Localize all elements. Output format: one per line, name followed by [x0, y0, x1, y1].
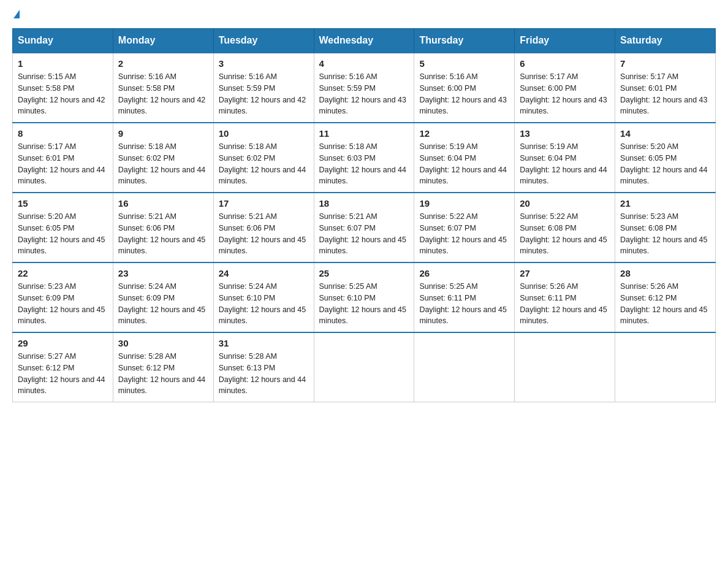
- calendar-cell: 30 Sunrise: 5:28 AM Sunset: 6:12 PM Dayl…: [113, 332, 213, 402]
- day-number: 7: [620, 58, 710, 69]
- weekday-header-wednesday: Wednesday: [314, 29, 414, 53]
- calendar-cell: 6 Sunrise: 5:17 AM Sunset: 6:00 PM Dayli…: [515, 53, 615, 123]
- day-number: 5: [419, 58, 509, 69]
- calendar-cell: 17 Sunrise: 5:21 AM Sunset: 6:06 PM Dayl…: [213, 193, 314, 262]
- calendar-cell: [515, 332, 615, 402]
- calendar-cell: 24 Sunrise: 5:24 AM Sunset: 6:10 PM Dayl…: [213, 262, 314, 332]
- day-number: 2: [118, 58, 208, 69]
- weekday-header-sunday: Sunday: [13, 29, 113, 53]
- page-header: [12, 12, 716, 17]
- calendar-week-row: 8 Sunrise: 5:17 AM Sunset: 6:01 PM Dayli…: [13, 123, 716, 193]
- day-number: 30: [118, 338, 208, 348]
- calendar-cell: 29 Sunrise: 5:27 AM Sunset: 6:12 PM Dayl…: [13, 332, 113, 402]
- day-info: Sunrise: 5:23 AM Sunset: 6:08 PM Dayligh…: [620, 211, 710, 257]
- calendar-cell: 2 Sunrise: 5:16 AM Sunset: 5:58 PM Dayli…: [113, 53, 213, 123]
- calendar-cell: 15 Sunrise: 5:20 AM Sunset: 6:05 PM Dayl…: [13, 193, 113, 262]
- calendar-cell: 9 Sunrise: 5:18 AM Sunset: 6:02 PM Dayli…: [113, 123, 213, 193]
- calendar-cell: 1 Sunrise: 5:15 AM Sunset: 5:58 PM Dayli…: [13, 53, 113, 123]
- calendar-cell: 23 Sunrise: 5:24 AM Sunset: 6:09 PM Dayl…: [113, 262, 213, 332]
- day-info: Sunrise: 5:21 AM Sunset: 6:07 PM Dayligh…: [319, 211, 409, 257]
- weekday-header-saturday: Saturday: [615, 29, 716, 53]
- day-number: 14: [620, 128, 710, 139]
- calendar-cell: 28 Sunrise: 5:26 AM Sunset: 6:12 PM Dayl…: [615, 262, 716, 332]
- day-info: Sunrise: 5:17 AM Sunset: 6:00 PM Dayligh…: [520, 71, 610, 117]
- day-number: 22: [18, 268, 108, 278]
- day-number: 8: [18, 128, 108, 139]
- day-info: Sunrise: 5:16 AM Sunset: 5:59 PM Dayligh…: [219, 71, 309, 117]
- calendar-cell: 11 Sunrise: 5:18 AM Sunset: 6:03 PM Dayl…: [314, 123, 414, 193]
- day-info: Sunrise: 5:27 AM Sunset: 6:12 PM Dayligh…: [18, 351, 108, 397]
- calendar-cell: 5 Sunrise: 5:16 AM Sunset: 6:00 PM Dayli…: [414, 53, 515, 123]
- weekday-header-thursday: Thursday: [414, 29, 515, 53]
- calendar-cell: 31 Sunrise: 5:28 AM Sunset: 6:13 PM Dayl…: [213, 332, 314, 402]
- weekday-header-tuesday: Tuesday: [213, 29, 314, 53]
- day-number: 25: [319, 268, 409, 278]
- day-number: 24: [219, 268, 309, 278]
- day-number: 18: [319, 198, 409, 209]
- calendar-cell: [414, 332, 515, 402]
- day-number: 4: [319, 58, 409, 69]
- day-info: Sunrise: 5:18 AM Sunset: 6:03 PM Dayligh…: [319, 141, 409, 187]
- calendar-cell: 10 Sunrise: 5:18 AM Sunset: 6:02 PM Dayl…: [213, 123, 314, 193]
- day-number: 15: [18, 198, 108, 209]
- calendar-cell: 26 Sunrise: 5:25 AM Sunset: 6:11 PM Dayl…: [414, 262, 515, 332]
- weekday-header-row: SundayMondayTuesdayWednesdayThursdayFrid…: [13, 29, 716, 53]
- calendar-cell: 4 Sunrise: 5:16 AM Sunset: 5:59 PM Dayli…: [314, 53, 414, 123]
- day-number: 10: [219, 128, 309, 139]
- day-number: 9: [118, 128, 208, 139]
- day-info: Sunrise: 5:15 AM Sunset: 5:58 PM Dayligh…: [18, 71, 108, 117]
- calendar-cell: 16 Sunrise: 5:21 AM Sunset: 6:06 PM Dayl…: [113, 193, 213, 262]
- day-number: 3: [219, 58, 309, 69]
- calendar-cell: 22 Sunrise: 5:23 AM Sunset: 6:09 PM Dayl…: [13, 262, 113, 332]
- day-info: Sunrise: 5:17 AM Sunset: 6:01 PM Dayligh…: [18, 141, 108, 187]
- day-info: Sunrise: 5:19 AM Sunset: 6:04 PM Dayligh…: [419, 141, 509, 187]
- day-number: 26: [419, 268, 509, 278]
- calendar-week-row: 22 Sunrise: 5:23 AM Sunset: 6:09 PM Dayl…: [13, 262, 716, 332]
- day-info: Sunrise: 5:28 AM Sunset: 6:13 PM Dayligh…: [219, 351, 309, 397]
- weekday-header-monday: Monday: [113, 29, 213, 53]
- logo-triangle-icon: [13, 10, 20, 18]
- calendar-cell: 18 Sunrise: 5:21 AM Sunset: 6:07 PM Dayl…: [314, 193, 414, 262]
- day-info: Sunrise: 5:25 AM Sunset: 6:11 PM Dayligh…: [419, 281, 509, 327]
- day-number: 6: [520, 58, 610, 69]
- day-number: 20: [520, 198, 610, 209]
- calendar-week-row: 15 Sunrise: 5:20 AM Sunset: 6:05 PM Dayl…: [13, 193, 716, 262]
- day-info: Sunrise: 5:22 AM Sunset: 6:07 PM Dayligh…: [419, 211, 509, 257]
- calendar-week-row: 29 Sunrise: 5:27 AM Sunset: 6:12 PM Dayl…: [13, 332, 716, 402]
- day-number: 19: [419, 198, 509, 209]
- day-number: 17: [219, 198, 309, 209]
- day-info: Sunrise: 5:24 AM Sunset: 6:10 PM Dayligh…: [219, 281, 309, 327]
- day-number: 31: [219, 338, 309, 348]
- day-info: Sunrise: 5:21 AM Sunset: 6:06 PM Dayligh…: [118, 211, 208, 257]
- logo: [12, 12, 20, 17]
- day-info: Sunrise: 5:21 AM Sunset: 6:06 PM Dayligh…: [219, 211, 309, 257]
- calendar-cell: 12 Sunrise: 5:19 AM Sunset: 6:04 PM Dayl…: [414, 123, 515, 193]
- day-number: 16: [118, 198, 208, 209]
- day-info: Sunrise: 5:26 AM Sunset: 6:12 PM Dayligh…: [620, 281, 710, 327]
- day-number: 21: [620, 198, 710, 209]
- calendar-cell: 7 Sunrise: 5:17 AM Sunset: 6:01 PM Dayli…: [615, 53, 716, 123]
- calendar-cell: 25 Sunrise: 5:25 AM Sunset: 6:10 PM Dayl…: [314, 262, 414, 332]
- day-info: Sunrise: 5:18 AM Sunset: 6:02 PM Dayligh…: [219, 141, 309, 187]
- day-info: Sunrise: 5:20 AM Sunset: 6:05 PM Dayligh…: [620, 141, 710, 187]
- day-info: Sunrise: 5:18 AM Sunset: 6:02 PM Dayligh…: [118, 141, 208, 187]
- day-info: Sunrise: 5:26 AM Sunset: 6:11 PM Dayligh…: [520, 281, 610, 327]
- calendar-cell: 14 Sunrise: 5:20 AM Sunset: 6:05 PM Dayl…: [615, 123, 716, 193]
- calendar-cell: 19 Sunrise: 5:22 AM Sunset: 6:07 PM Dayl…: [414, 193, 515, 262]
- day-info: Sunrise: 5:24 AM Sunset: 6:09 PM Dayligh…: [118, 281, 208, 327]
- calendar-cell: [615, 332, 716, 402]
- day-number: 13: [520, 128, 610, 139]
- day-number: 23: [118, 268, 208, 278]
- day-info: Sunrise: 5:16 AM Sunset: 6:00 PM Dayligh…: [419, 71, 509, 117]
- day-info: Sunrise: 5:19 AM Sunset: 6:04 PM Dayligh…: [520, 141, 610, 187]
- weekday-header-friday: Friday: [515, 29, 615, 53]
- calendar-week-row: 1 Sunrise: 5:15 AM Sunset: 5:58 PM Dayli…: [13, 53, 716, 123]
- calendar-cell: 3 Sunrise: 5:16 AM Sunset: 5:59 PM Dayli…: [213, 53, 314, 123]
- day-number: 27: [520, 268, 610, 278]
- calendar-cell: 21 Sunrise: 5:23 AM Sunset: 6:08 PM Dayl…: [615, 193, 716, 262]
- day-info: Sunrise: 5:17 AM Sunset: 6:01 PM Dayligh…: [620, 71, 710, 117]
- day-number: 29: [18, 338, 108, 348]
- day-info: Sunrise: 5:25 AM Sunset: 6:10 PM Dayligh…: [319, 281, 409, 327]
- calendar-cell: 20 Sunrise: 5:22 AM Sunset: 6:08 PM Dayl…: [515, 193, 615, 262]
- day-info: Sunrise: 5:16 AM Sunset: 5:59 PM Dayligh…: [319, 71, 409, 117]
